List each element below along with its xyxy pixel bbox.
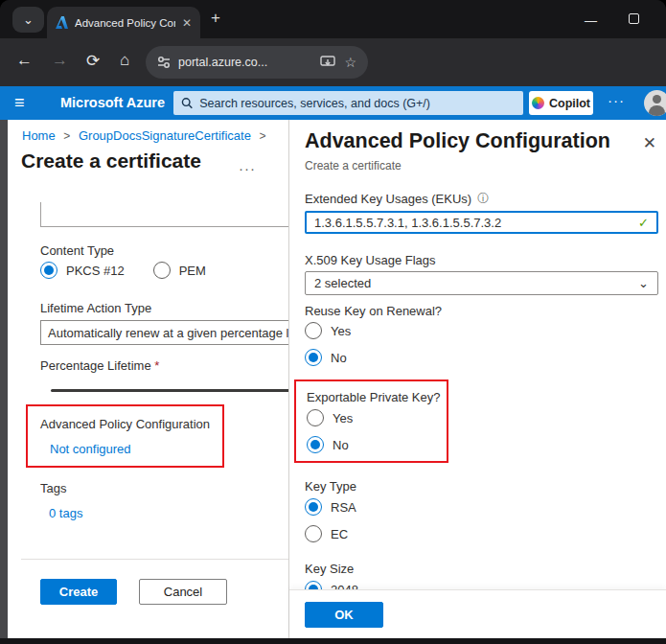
tab-close-icon[interactable]: ✕ <box>182 16 192 30</box>
content-type-label: Content Type <box>40 243 114 258</box>
account-avatar[interactable] <box>644 90 666 116</box>
tags-label: Tags <box>40 481 66 495</box>
radio-reuse-no[interactable] <box>305 349 322 366</box>
close-icon[interactable]: ✕ <box>643 133 656 153</box>
radio-ec-label[interactable]: EC <box>331 527 348 541</box>
radio-exportable-no-label[interactable]: No <box>333 438 349 452</box>
person-icon <box>653 95 661 104</box>
azure-search-input[interactable] <box>199 97 516 110</box>
key-usage-select[interactable]: 2 selected ⌄ <box>305 271 658 295</box>
eku-input-wrap: ✓ <box>305 211 658 234</box>
tab-search-button[interactable]: ⌄ <box>12 7 44 33</box>
copilot-icon <box>532 97 544 109</box>
radio-rsa-label[interactable]: RSA <box>331 500 356 515</box>
url-text[interactable]: portal.azure.co... <box>178 56 267 69</box>
chevron-down-icon: ⌄ <box>23 12 34 27</box>
azure-logo-icon <box>56 16 68 29</box>
bookmark-star-icon[interactable]: ☆ <box>344 55 356 70</box>
percentage-lifetime-slider[interactable] <box>51 389 288 392</box>
tags-link[interactable]: 0 tags <box>49 506 82 520</box>
window-maximize-button[interactable] <box>629 13 639 24</box>
tab-title: Advanced Policy Configuration <box>75 17 175 29</box>
radio-pkcs12[interactable] <box>40 262 57 279</box>
partial-input-field[interactable] <box>40 202 288 227</box>
window-left-edge <box>0 120 8 638</box>
key-type-label: Key Type <box>305 479 356 494</box>
valid-check-icon: ✓ <box>638 216 649 230</box>
copilot-label: Copilot <box>549 97 590 110</box>
window-minimize-button[interactable]: — <box>585 13 597 28</box>
radio-pkcs12-label[interactable]: PKCS #12 <box>66 264 125 278</box>
browser-window: ⌄ Advanced Policy Configuration ✕ + — ← … <box>0 0 666 644</box>
copilot-button[interactable]: Copilot <box>529 91 593 115</box>
azure-brand[interactable]: Microsoft Azure <box>60 95 165 110</box>
exportable-highlight-box: Exportable Private Key? Yes No <box>294 380 448 463</box>
install-app-icon[interactable] <box>320 56 335 69</box>
radio-reuse-no-label[interactable]: No <box>331 351 347 365</box>
reuse-key-label: Reuse Key on Renewal? <box>305 304 442 318</box>
info-icon[interactable]: ⓘ <box>477 191 489 207</box>
home-icon[interactable]: ⌂ <box>120 51 129 70</box>
breadcrumb-separator: > <box>58 129 75 143</box>
browser-toolbar: ← → ⟳ ⌂ portal.azure.co... ☆ <box>0 38 666 86</box>
percentage-lifetime-label: Percentage Lifetime * <box>40 358 159 373</box>
breadcrumb-certificate[interactable]: GroupDocsSignatureCertificate <box>79 128 251 143</box>
advanced-policy-label: Advanced Policy Configuration <box>40 417 210 431</box>
chevron-down-icon: ⌄ <box>638 276 649 290</box>
browser-tab-bar: ⌄ Advanced Policy Configuration ✕ + — <box>0 0 666 38</box>
refresh-icon[interactable]: ⟳ <box>86 51 100 71</box>
address-bar[interactable]: portal.azure.co... ☆ <box>146 46 368 79</box>
eku-label: Extended Key Usages (EKUs) <box>305 192 471 206</box>
back-icon[interactable]: ← <box>16 51 33 70</box>
lifetime-action-type-label: Lifetime Action Type <box>40 301 151 315</box>
panel-subtitle: Create a certificate <box>305 159 402 172</box>
radio-exportable-no[interactable] <box>307 436 324 453</box>
radio-reuse-yes[interactable] <box>305 322 322 339</box>
breadcrumb: Home > GroupDocsSignatureCertificate > <box>22 128 271 143</box>
new-tab-button[interactable]: + <box>211 9 220 28</box>
required-asterisk: * <box>154 358 159 373</box>
azure-search-bar[interactable] <box>173 91 523 115</box>
browser-tab-active[interactable]: Advanced Policy Configuration ✕ <box>47 7 200 38</box>
radio-reuse-yes-label[interactable]: Yes <box>331 324 351 338</box>
radio-rsa[interactable] <box>305 498 322 516</box>
azure-top-bar: ≡ Microsoft Azure Copilot ··· <box>0 86 666 120</box>
radio-exportable-yes[interactable] <box>307 409 324 426</box>
page-title: Create a certificate <box>21 150 201 172</box>
radio-ec[interactable] <box>305 525 322 542</box>
ok-button[interactable]: OK <box>305 602 383 628</box>
footer-divider <box>21 559 288 560</box>
create-certificate-blade: Home > GroupDocsSignatureCertificate > C… <box>8 120 289 638</box>
exportable-label: Exportable Private Key? <box>307 390 440 404</box>
eku-input[interactable] <box>307 216 638 230</box>
breadcrumb-separator: > <box>255 129 271 143</box>
advanced-policy-panel: ✕ Advanced Policy Configuration Create a… <box>289 120 666 638</box>
header-more-icon[interactable]: ··· <box>608 92 625 108</box>
page-title-more-icon[interactable]: ··· <box>239 160 256 176</box>
radio-pem-label[interactable]: PEM <box>179 264 206 278</box>
key-usage-label: X.509 Key Usage Flags <box>305 253 436 267</box>
not-configured-link[interactable]: Not configured <box>50 442 131 456</box>
cancel-button[interactable]: Cancel <box>139 579 227 605</box>
key-usage-value: 2 selected <box>314 276 371 290</box>
panel-title: Advanced Policy Configuration <box>305 129 610 153</box>
window-bottom-edge <box>0 638 666 644</box>
create-button[interactable]: Create <box>40 579 117 605</box>
advanced-policy-highlight-box: Advanced Policy Configuration Not config… <box>26 404 224 468</box>
radio-exportable-yes-label[interactable]: Yes <box>333 411 353 426</box>
panel-footer: OK <box>289 589 666 638</box>
key-size-label: Key Size <box>305 562 354 576</box>
radio-pem[interactable] <box>153 262 171 279</box>
search-icon <box>181 97 193 109</box>
hamburger-menu-icon[interactable]: ≡ <box>14 93 25 113</box>
lifetime-action-type-select[interactable]: Automatically renew at a given percentag… <box>40 320 288 345</box>
breadcrumb-home[interactable]: Home <box>22 128 56 143</box>
site-settings-icon[interactable] <box>157 56 171 69</box>
forward-icon: → <box>52 51 68 70</box>
